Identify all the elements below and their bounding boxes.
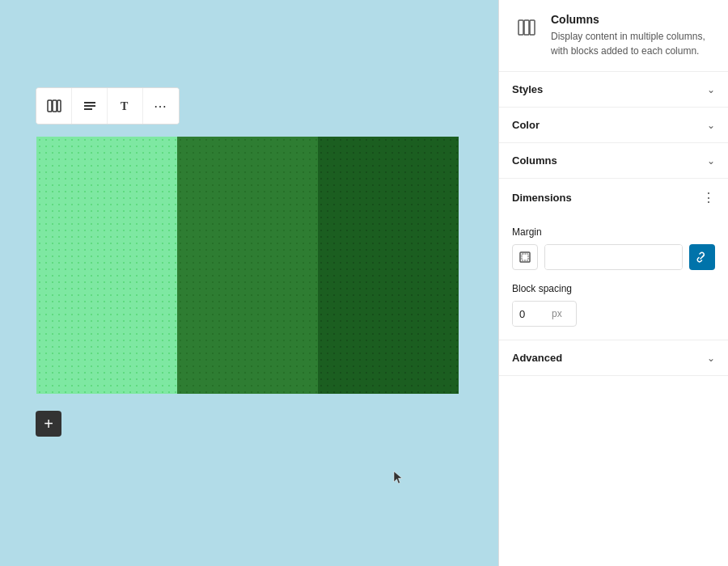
styles-chevron-icon: ⌄ [707,84,715,95]
block-spacing-row: px [512,301,715,327]
block-spacing-unit: px [545,302,569,326]
margin-link-button[interactable] [689,244,715,270]
advanced-label: Advanced [512,352,562,364]
color-accordion-header[interactable]: Color ⌄ [499,108,728,142]
margin-input[interactable] [545,245,683,269]
svg-text:T: T [121,100,129,112]
color-chevron-icon: ⌄ [707,120,715,131]
add-block-button[interactable]: + [36,411,61,437]
margin-row: px [512,244,715,270]
color-section: Color ⌄ [499,108,728,143]
canvas-area: T ⋯ + [0,0,498,566]
block-desc-text: Display content in multiple columns, wit… [551,29,715,58]
column-1 [36,137,177,394]
toolbar-align-btn[interactable] [72,88,108,124]
columns-chevron-icon: ⌄ [707,155,715,167]
svg-rect-1 [53,100,57,112]
spacing-input-group: px [512,301,577,327]
column-3 [318,137,459,394]
dimensions-section: Dimensions ⋮ Margin px [499,179,728,340]
dimensions-accordion-header[interactable]: Dimensions ⋮ [499,179,728,217]
text-icon: T [118,99,133,113]
columns-accordion-header[interactable]: Columns ⌄ [499,143,728,178]
block-spacing-label: Block spacing [512,283,715,294]
right-panel: Columns Display content in multiple colu… [498,0,728,566]
dimensions-content: Margin px [499,217,728,340]
block-title: Columns [551,13,715,26]
more-dots-icon: ⋯ [154,99,168,114]
svg-rect-7 [518,20,523,35]
margin-label: Margin [512,226,715,238]
color-label: Color [512,119,540,131]
svg-rect-9 [530,20,535,35]
link-icon [696,251,708,263]
margin-sides-button[interactable] [512,244,538,270]
toolbar-columns-btn[interactable] [36,88,72,124]
columns-label: Columns [512,154,557,167]
columns-icon [47,99,61,113]
margin-input-group: px [544,244,683,270]
advanced-chevron-icon: ⌄ [707,353,715,364]
dimensions-more-icon[interactable]: ⋮ [702,190,715,205]
svg-rect-5 [84,108,92,110]
columns-section: Columns ⌄ [499,143,728,179]
block-description: Columns Display content in multiple colu… [551,13,715,58]
toolbar-text-btn[interactable]: T [108,88,143,124]
block-toolbar: T ⋯ [36,87,180,125]
svg-rect-0 [48,100,52,112]
styles-section: Styles ⌄ [499,72,728,108]
advanced-accordion-header[interactable]: Advanced ⌄ [499,340,728,375]
styles-accordion-header[interactable]: Styles ⌄ [499,72,728,107]
svg-rect-8 [524,20,529,35]
styles-label: Styles [512,83,543,95]
svg-rect-4 [84,105,95,107]
column-2 [177,137,318,394]
cursor [393,471,403,485]
columns-block [36,136,459,395]
block-icon [512,13,541,42]
margin-sides-icon [518,250,532,264]
dimensions-label: Dimensions [512,192,572,204]
align-icon [83,99,97,113]
svg-rect-2 [57,100,61,112]
svg-rect-3 [84,102,95,103]
advanced-section: Advanced ⌄ [499,340,728,376]
block-spacing-input[interactable] [513,302,545,326]
plus-icon: + [44,415,53,433]
block-info-header: Columns Display content in multiple colu… [499,0,728,72]
toolbar-more-btn[interactable]: ⋯ [143,88,179,124]
svg-rect-11 [522,254,528,260]
